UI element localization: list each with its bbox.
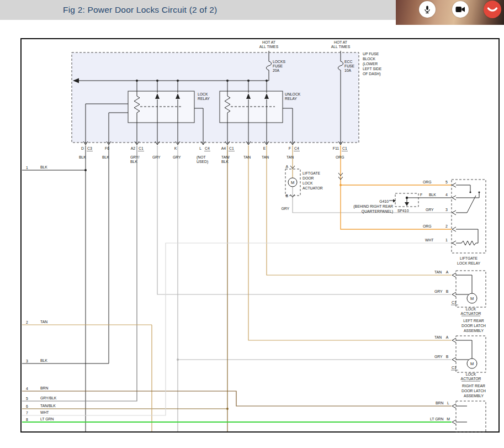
right-rear-name-2: DOOR LATCH <box>461 389 486 393</box>
terminal-f11: F11 <box>333 146 339 150</box>
hot-at-label-1: HOT AT <box>262 40 275 44</box>
splice-sp410-label: SP410 <box>397 209 409 213</box>
fuse-block-note-1: UP FUSE <box>363 52 379 56</box>
unlock-relay-label-2: RELAY <box>285 97 297 101</box>
left-rear-conn: C1 <box>452 301 457 304</box>
video-camera-icon <box>455 6 465 13</box>
left-rear-label-1: LOCK <box>466 307 476 311</box>
fuse-block-note-5: OF DASH) <box>363 72 380 76</box>
left-rear-pin-b: B <box>446 289 449 293</box>
mic-icon <box>423 5 432 14</box>
ground-location-1: (BEHIND RIGHT REAR <box>353 204 393 209</box>
left-wire-num-6: 6 <box>26 404 28 408</box>
liftgate-actuator-label-3: LOCK <box>303 181 313 185</box>
wire-color-9: TAN <box>262 155 269 159</box>
liftgate-actuator-pin-b: B <box>285 194 288 198</box>
terminal-c3: C3 <box>87 146 92 150</box>
right-rear-label-1: LOCK <box>466 372 476 376</box>
right-rear-label-2: ACTUATOR <box>461 377 481 381</box>
left-wire-color-6: TAN/BLK <box>40 404 56 408</box>
right-rear-wire-a: TAN <box>434 335 442 339</box>
bottom-wire-m: LT GRN <box>430 417 443 421</box>
fuse-block-box <box>72 52 359 143</box>
relay-pin4-num: 4 <box>445 193 448 197</box>
left-rear-name-1: LEFT REAR <box>463 319 484 323</box>
hot-at-label-2: HOT AT <box>334 40 347 44</box>
left-rear-name-2: DOOR LATCH <box>461 324 486 328</box>
terminal-c1b: C1 <box>229 146 234 150</box>
fuse-block-region <box>72 51 359 145</box>
left-rear-label-2: ACTUATOR <box>461 312 481 315</box>
hot-at-label-1b: ALL TIMES <box>259 45 279 49</box>
left-rear-pin-a: A <box>446 270 449 274</box>
terminal-l: L <box>199 146 201 150</box>
end-call-icon <box>487 6 498 13</box>
left-wire-color-7: WHT <box>40 410 49 414</box>
terminal-d: D <box>81 146 84 150</box>
locks-fuse-label-2: FUSE <box>273 64 283 68</box>
splice-pin-f: F <box>420 193 422 197</box>
lock-relay-label-1: LOCK <box>198 92 208 96</box>
right-rear-pin-b: B <box>446 355 449 359</box>
relay-pin1-num: 1 <box>445 238 448 242</box>
end-call-button[interactable] <box>484 1 501 18</box>
terminal-a2: A2 <box>131 146 136 150</box>
terminal-a4: A4 <box>221 146 226 150</box>
bottom-wire-l: BRN <box>436 401 443 405</box>
bottom-pin-m: M <box>447 417 450 421</box>
ecc-fuse-label-3: 10A <box>344 68 352 72</box>
wire-color-7a: TAN/ <box>221 155 230 159</box>
wire-color-6b: USED) <box>197 160 208 164</box>
microphone-button[interactable] <box>419 1 436 18</box>
left-rear-motor-letter: M <box>470 296 474 301</box>
wire-color-4: GRY <box>152 155 161 159</box>
ground-location-2: QUARTERPANEL) <box>362 209 393 214</box>
left-wire-color-4: BRN <box>40 386 48 390</box>
terminal-c4a: C4 <box>205 146 210 150</box>
left-rear-wire-a: TAN <box>434 270 442 274</box>
left-wire-color-1: BLK <box>40 165 47 169</box>
right-rear-wire-b: GRY <box>434 355 443 359</box>
left-rear-name-3: ASSEMBLY <box>464 329 484 333</box>
liftgate-actuator-label-1: LIFTGATE <box>303 171 320 175</box>
page-title: Fig 2: Power Door Locks Circuit (2 of 2) <box>63 0 217 20</box>
liftgate-actuator-pin-a: A <box>285 165 288 168</box>
wire-color-7b: BLK <box>221 160 229 164</box>
liftgate-relay-label-2: LOCK RELAY <box>457 261 481 265</box>
fuse-block-note-2: BLOCK <box>363 57 376 61</box>
locks-fuse-label-1: LOCKS <box>273 60 286 64</box>
wiring-diagram: HOT AT ALL TIMES HOT AT ALL TIMES LOCKS … <box>0 0 504 448</box>
hot-at-label-2b: ALL TIMES <box>331 45 351 49</box>
terminal-f6: F6 <box>105 146 109 150</box>
relay-pin1-wire: WHT <box>425 238 433 242</box>
liftgate-actuator-label-4: ACTUATOR <box>303 186 323 190</box>
right-rear-name-1: RIGHT REAR <box>462 384 485 388</box>
fuse-block-note-4: LEFT SIDE <box>363 67 382 71</box>
video-call-widget[interactable] <box>396 0 504 25</box>
ecc-fuse-label-1: ECC <box>344 60 352 64</box>
camera-button[interactable] <box>452 1 469 18</box>
wire-color-2: BLK <box>102 155 109 159</box>
relay-pin4-wire: BLK <box>429 193 436 197</box>
left-wire-num-4: 4 <box>26 387 28 391</box>
wire-color-8: TAN <box>243 155 251 159</box>
liftgate-relay-label-1: LIFTGATE <box>460 256 478 260</box>
terminal-c1c: C1 <box>342 146 347 150</box>
terminal-e: E <box>263 146 266 150</box>
left-wire-num-3: 3 <box>26 359 28 363</box>
wire-color-1: BLK <box>79 155 86 159</box>
bottom-pin-l: L <box>447 401 449 405</box>
terminal-c4b: C4 <box>294 146 299 150</box>
left-wire-color-3: BLK <box>40 359 47 362</box>
liftgate-motor-letter: M <box>291 180 294 185</box>
left-wire-color-2: TAN <box>40 320 47 324</box>
wire-color-5: GRY <box>173 155 181 159</box>
wire-color-10: TAN <box>287 155 294 159</box>
wire-color-3b: BLK <box>130 160 137 164</box>
relay-pin3-wire: GRY <box>426 208 434 212</box>
terminal-f: F <box>289 146 291 150</box>
left-rear-wire-b: GRY <box>434 289 443 293</box>
relay-pin5-num: 5 <box>445 180 448 184</box>
fuse-block-note-3: (LOWER <box>363 62 378 66</box>
left-wire-num-2: 2 <box>26 320 28 324</box>
